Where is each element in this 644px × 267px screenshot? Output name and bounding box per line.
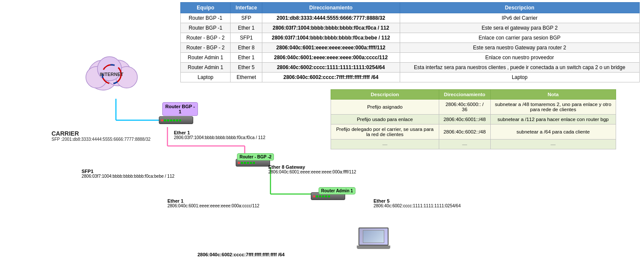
table-cell-6-3: Laptop xyxy=(400,73,640,82)
prefix-cell-1-1: 2806:40c:6001::/48 xyxy=(439,115,490,124)
prefix-cell-1-0: Prefijo usado para enlace xyxy=(331,115,439,124)
table-row: Router - BGP - 2SFP12806:03f7:1004:bbbb:… xyxy=(181,33,640,43)
table-row: LaptopEthernet2806:040c:6002:cccc:7fff:f… xyxy=(181,73,640,82)
table-cell-4-0: Router Admin 1 xyxy=(181,53,231,63)
svg-text:INTERNET: INTERNET xyxy=(100,72,124,77)
prefix-cell-1-2: subnetear a /112 para hacer enlace con r… xyxy=(490,115,616,124)
table-cell-4-1: Ether 1 xyxy=(231,53,262,63)
table-row: Router Admin 1Ether 52806:40c:6002:cccc:… xyxy=(181,63,640,73)
prefix-cell-3-1: — xyxy=(439,140,490,149)
router-bgp1-label: Router BGP - 1 xyxy=(162,102,198,116)
prefix-table-row: Prefijo delegado por el carrier, se usar… xyxy=(331,124,616,140)
table-cell-2-2: 2806:03f7:1004:bbbb:bbbb:bbbb:f0ca:bebe … xyxy=(262,33,400,43)
table-cell-2-3: Enlace con carrier para sesion BGP xyxy=(400,33,640,43)
col-header-equipo: Equipo xyxy=(181,3,231,13)
prefix-cell-3-2: — xyxy=(490,140,616,149)
prefix-cell-3-0: — xyxy=(331,140,439,149)
router-bgp2-sfp1-info: SFP1 2806:03f7:1004:bbbb:bbbb:bbbb:f0ca:… xyxy=(82,169,174,179)
router-bgp1-device xyxy=(159,116,193,124)
table-cell-0-0: Router BGP -1 xyxy=(181,13,231,23)
table-cell-0-1: SFP xyxy=(231,13,262,23)
table-row: Router Admin 1Ether 12806:040c:6001:eeee… xyxy=(181,53,640,63)
table-cell-3-3: Este sera nuestro Gateway para router 2 xyxy=(400,43,640,53)
laptop-addr-label: 2806:040c:6002:cccc:7fff:ffff:ffff:ffff … xyxy=(197,250,285,258)
table-row: Router BGP -1SFP2001:db8:3333:4444:5555:… xyxy=(181,13,640,23)
internet-cloud: INTERNET xyxy=(79,49,144,94)
table-cell-2-0: Router - BGP - 2 xyxy=(181,33,231,43)
table-cell-3-1: Ether 8 xyxy=(231,43,262,53)
col-header-direccionamiento: Direccionamiento xyxy=(262,3,400,13)
table-cell-6-1: Ethernet xyxy=(231,73,262,82)
prefix-table-row: Prefijo usado para enlace2806:40c:6001::… xyxy=(331,115,616,124)
router-bgp2-ether8-info: Ether 8 Gateway 2806:040c:6001:eeee:eeee… xyxy=(268,164,356,174)
prefix-col-direccionamiento: Direccionamiento xyxy=(439,90,490,100)
table-cell-6-0: Laptop xyxy=(181,73,231,82)
svg-point-13 xyxy=(97,57,122,81)
table-cell-0-2: 2001:db8:3333:4444:5555:6666:7777:8888/3… xyxy=(262,13,400,23)
table-cell-4-3: Enlace con nuestro proveedor xyxy=(400,53,640,63)
table-cell-1-0: Router BGP -1 xyxy=(181,23,231,33)
router-bgp1-ether1-info: Ether 1 2806:03f7:1004:bbbb:bbbb:bbbb:f0… xyxy=(174,130,265,140)
prefix-table-row: Prefijo asignado2806:40c:6000:: / 36subn… xyxy=(331,100,616,115)
col-header-descripcion: Descripcion xyxy=(400,3,640,13)
table-cell-3-2: 2806:040c:6001:eeee:eeee:eeee:000a:ffff/… xyxy=(262,43,400,53)
table-row: Router BGP -1Ether 12806:03f7:1004:bbbb:… xyxy=(181,23,640,33)
prefix-table: Descripcion Direccionamiento Nota Prefij… xyxy=(331,89,616,149)
prefix-table-row: ——— xyxy=(331,140,616,149)
prefix-cell-2-2: subnetear a /64 para cada cliente xyxy=(490,124,616,140)
prefix-cell-0-1: 2806:40c:6000:: / 36 xyxy=(439,100,490,115)
prefix-col-descripcion: Descripcion xyxy=(331,90,439,100)
table-cell-5-0: Router Admin 1 xyxy=(181,63,231,73)
prefix-cell-2-0: Prefijo delegado por el carrier, se usar… xyxy=(331,124,439,140)
router-admin1-label: Router Admin 1 xyxy=(319,187,355,194)
table-cell-4-2: 2806:040c:6001:eeee:eeee:eeee:000a:cccc/… xyxy=(262,53,400,63)
table-cell-1-2: 2806:03f7:1004:bbbb:bbbb:bbbb:f0ca:f0ca … xyxy=(262,23,400,33)
table-cell-1-1: Ether 1 xyxy=(231,23,262,33)
router-admin1-ether5-info: Ether 5 2806:40c:6002:cccc:1111:1111:111… xyxy=(374,198,461,208)
prefix-cell-2-1: 2806:40c:6002::/48 xyxy=(439,124,490,140)
prefix-cell-0-0: Prefijo asignado xyxy=(331,100,439,115)
addressing-table: Equipo Interface Direccionamiento Descri… xyxy=(180,2,640,82)
prefix-cell-0-2: subnetear a /48 tomaremos 2, uno para en… xyxy=(490,100,616,115)
table-cell-5-2: 2806:40c:6002:cccc:1111:1111:1111:0254/6… xyxy=(262,63,400,73)
table-cell-5-1: Ether 5 xyxy=(231,63,262,73)
carrier-label: CARRIER SFP :2001:db8:3333:4444:5555:666… xyxy=(52,130,151,142)
router-admin1-ether1-info: Ether 1 2806:040c:6001:eeee:eeee:eeee:00… xyxy=(167,198,259,208)
table-cell-3-0: Router - BGP - 2 xyxy=(181,43,231,53)
table-cell-6-2: 2806:040c:6002:cccc:7fff:ffff:ffff:ffff … xyxy=(262,73,400,82)
prefix-col-nota: Nota xyxy=(490,90,616,100)
table-cell-5-3: Esta interfaz sera para nuestros cliente… xyxy=(400,63,640,73)
router-bgp2-label: Router - BGP -2 xyxy=(237,153,274,161)
table-cell-0-3: IPv6 del Carrier xyxy=(400,13,640,23)
col-header-interface: Interface xyxy=(231,3,262,13)
table-cell-1-3: Este sera el gateway para BGP 2 xyxy=(400,23,640,33)
table-row: Router - BGP - 2Ether 82806:040c:6001:ee… xyxy=(181,43,640,53)
laptop-icon xyxy=(356,228,391,253)
table-cell-2-1: SFP1 xyxy=(231,33,262,43)
